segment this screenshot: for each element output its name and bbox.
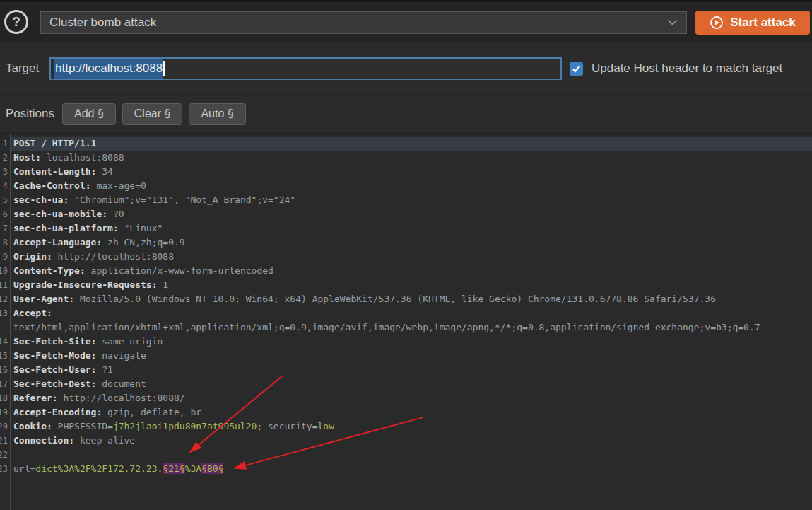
editor-line-text: Cache-Control: max-age=0 <box>10 179 812 193</box>
update-host-header-checkbox[interactable] <box>570 62 583 76</box>
help-button[interactable]: ? <box>4 10 28 34</box>
line-number: 3 <box>0 165 10 179</box>
editor-row: 1POST / HTTP/1.1 <box>0 137 812 151</box>
editor-row: 20Cookie: PHPSESSID=j7h2jlaoi1pdu80n7at9… <box>0 419 812 434</box>
checkmark-icon <box>572 64 581 74</box>
auto-positions-button[interactable]: Auto § <box>189 103 245 125</box>
editor-row: 18Referer: http://localhost:8088/ <box>0 391 812 405</box>
editor-row: 6sec-ch-ua-mobile: ?0 <box>0 207 812 221</box>
editor-line-text: Host: localhost:8088 <box>10 151 812 165</box>
editor-row: 12User-Agent: Mozilla/5.0 (Windows NT 10… <box>0 292 812 306</box>
line-number: 16 <box>0 363 10 377</box>
editor-line-text: url=dict%3A%2F%2F172.72.23.§21§%3A§80§ <box>10 462 812 476</box>
line-number: 19 <box>0 405 10 419</box>
editor-row: 16Sec-Fetch-User: ?1 <box>0 363 812 377</box>
editor-row: 17Sec-Fetch-Dest: document <box>0 377 812 391</box>
top-bar: ? Cluster bomb attack Start attack <box>0 0 812 42</box>
question-mark-icon: ? <box>12 14 20 30</box>
line-number: 18 <box>0 391 10 405</box>
line-number: 11 <box>0 278 10 292</box>
line-number: 5 <box>0 193 10 207</box>
attack-type-dropdown[interactable]: Cluster bomb attack <box>40 11 687 34</box>
editor-row: 2Host: localhost:8088 <box>0 151 812 165</box>
line-number: 23 <box>0 462 10 476</box>
editor-line-text: Content-Length: 34 <box>10 165 812 179</box>
editor-line-text: Sec-Fetch-Site: same-origin <box>10 335 812 349</box>
editor-line-text: text/html,application/xhtml+xml,applicat… <box>10 320 812 335</box>
line-number: 7 <box>0 221 10 236</box>
line-number: 6 <box>0 207 10 221</box>
play-icon <box>710 16 724 30</box>
editor-row: text/html,application/xhtml+xml,applicat… <box>0 320 812 335</box>
request-editor-rows: 1POST / HTTP/1.12Host: localhost:80883Co… <box>0 137 812 476</box>
editor-row: 13Accept: <box>0 306 812 320</box>
line-number: 9 <box>0 250 10 264</box>
intruder-window: ? Cluster bomb attack Start attack Targe… <box>0 0 812 510</box>
editor-row: 3Content-Length: 34 <box>0 165 812 179</box>
line-number: 15 <box>0 349 10 363</box>
line-number: 22 <box>0 448 10 462</box>
editor-line-text: Content-Type: application/x-www-form-url… <box>10 264 812 278</box>
editor-line-text: Upgrade-Insecure-Requests: 1 <box>10 278 812 292</box>
target-input-selected-text: http://localhost:8088 <box>54 59 163 79</box>
positions-label: Positions <box>6 107 54 121</box>
editor-row: 9Origin: http://localhost:8088 <box>0 250 812 264</box>
update-host-header-label[interactable]: Update Host header to match target <box>592 62 782 76</box>
editor-row: 21Connection: keep-alive <box>0 434 812 448</box>
editor-line-text <box>10 448 812 462</box>
text-caret <box>163 61 165 76</box>
line-number <box>0 320 10 335</box>
line-number: 21 <box>0 434 10 448</box>
editor-line-text: Cookie: PHPSESSID=j7h2jlaoi1pdu80n7at995… <box>10 419 812 434</box>
request-editor[interactable]: 1POST / HTTP/1.12Host: localhost:80883Co… <box>0 133 812 510</box>
chevron-down-icon <box>667 19 678 26</box>
add-positions-button[interactable]: Add § <box>62 103 116 125</box>
start-attack-button[interactable]: Start attack <box>695 11 810 35</box>
editor-line-text: POST / HTTP/1.1 <box>10 137 812 151</box>
editor-line-text: Origin: http://localhost:8088 <box>10 250 812 264</box>
target-input[interactable]: http://localhost:8088 <box>49 57 562 80</box>
attack-type-value: Cluster bomb attack <box>49 16 156 30</box>
editor-row: 19Accept-Encoding: gzip, deflate, br <box>0 405 812 419</box>
editor-line-text: User-Agent: Mozilla/5.0 (Windows NT 10.0… <box>10 292 812 306</box>
editor-row: 8Accept-Language: zh-CN,zh;q=0.9 <box>0 236 812 250</box>
editor-line-text: Sec-Fetch-Mode: navigate <box>10 349 812 363</box>
editor-line-text: sec-ch-ua: "Chromium";v="131", "Not_A Br… <box>10 193 812 207</box>
editor-row: 10Content-Type: application/x-www-form-u… <box>0 264 812 278</box>
positions-row: Positions Add § Clear § Auto § <box>0 95 812 133</box>
line-number: 12 <box>0 292 10 306</box>
editor-row: 7sec-ch-ua-platform: "Linux" <box>0 221 812 236</box>
line-number: 17 <box>0 377 10 391</box>
editor-line-text: Sec-Fetch-User: ?1 <box>10 363 812 377</box>
editor-line-text: sec-ch-ua-platform: "Linux" <box>10 221 812 236</box>
line-number: 13 <box>0 306 10 320</box>
line-number: 14 <box>0 335 10 349</box>
line-number: 2 <box>0 151 10 165</box>
editor-line-text: Accept-Language: zh-CN,zh;q=0.9 <box>10 236 812 250</box>
editor-line-text: Connection: keep-alive <box>10 434 812 448</box>
line-number: 1 <box>0 137 10 151</box>
editor-line-text: Accept-Encoding: gzip, deflate, br <box>10 405 812 419</box>
editor-line-text: sec-ch-ua-mobile: ?0 <box>10 207 812 221</box>
line-number: 20 <box>0 419 10 434</box>
start-attack-label: Start attack <box>730 16 796 30</box>
clear-positions-button[interactable]: Clear § <box>122 103 183 125</box>
editor-line-text: Accept: <box>10 306 812 320</box>
editor-row: 11Upgrade-Insecure-Requests: 1 <box>0 278 812 292</box>
editor-row: 22 <box>0 448 812 462</box>
line-number: 10 <box>0 264 10 278</box>
editor-row: 5sec-ch-ua: "Chromium";v="131", "Not_A B… <box>0 193 812 207</box>
line-number: 4 <box>0 179 10 193</box>
line-number: 8 <box>0 236 10 250</box>
editor-row: 4Cache-Control: max-age=0 <box>0 179 812 193</box>
editor-row: 23url=dict%3A%2F%2F172.72.23.§21§%3A§80§ <box>0 462 812 476</box>
editor-line-text: Sec-Fetch-Dest: document <box>10 377 812 391</box>
editor-row: 15Sec-Fetch-Mode: navigate <box>0 349 812 363</box>
target-row: Target http://localhost:8088 Update Host… <box>0 42 812 95</box>
gutter-divider <box>10 134 11 510</box>
editor-row: 14Sec-Fetch-Site: same-origin <box>0 335 812 349</box>
target-label: Target <box>6 42 39 95</box>
editor-line-text: Referer: http://localhost:8088/ <box>10 391 812 405</box>
